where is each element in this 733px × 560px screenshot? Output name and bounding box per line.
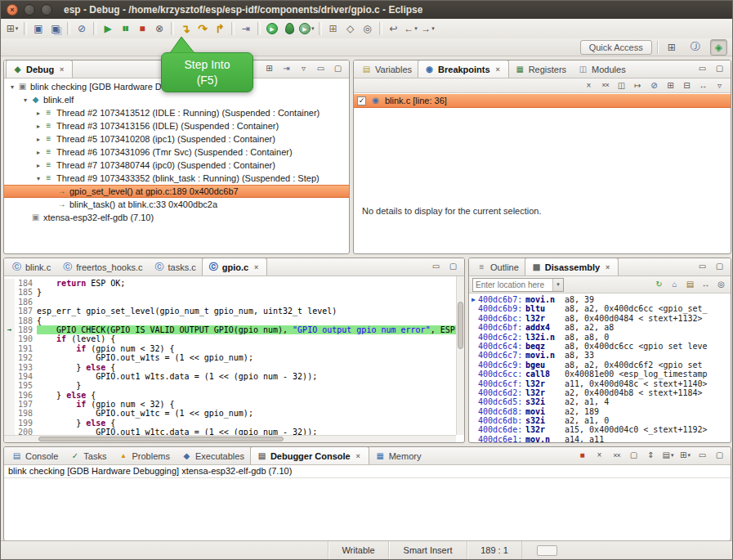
save-icon[interactable]: ▣ xyxy=(30,20,47,37)
link-with-debug-icon[interactable]: ↔ xyxy=(696,78,710,92)
close-tab-icon[interactable]: × xyxy=(354,451,363,460)
scrollbar-thumb[interactable] xyxy=(458,302,463,349)
external-tools-icon[interactable]: ▶ ▾ xyxy=(298,20,315,37)
expander-icon[interactable]: ▸ xyxy=(34,110,43,117)
minimize-view-icon[interactable]: ▭ xyxy=(314,62,328,76)
remove-all-breakpoints-icon[interactable]: ×× xyxy=(598,78,612,92)
code-line[interactable]: 186 xyxy=(4,298,464,307)
editor-horizontal-scrollbar[interactable] xyxy=(4,435,456,442)
tab-tasks[interactable]: Tasks xyxy=(64,447,112,464)
close-tab-icon[interactable]: × xyxy=(603,262,612,271)
skip-all-breakpoints-icon[interactable]: ⊘ xyxy=(647,78,661,92)
thread-9-row[interactable]: ▾ Thread #9 1073433352 (blink_task : Run… xyxy=(4,172,349,185)
disassembly-line[interactable]: 400dc6d8: movi a2, 189 xyxy=(469,407,731,416)
tab-outline[interactable]: Outline xyxy=(471,258,525,276)
code-line[interactable]: 199 } else { xyxy=(4,419,464,428)
view-layout-icon[interactable]: ⊞ xyxy=(262,62,276,76)
thread-2-row[interactable]: ▸ Thread #2 1073413512 (IDLE : Running) … xyxy=(4,106,349,119)
expand-all-icon[interactable]: ⊞ xyxy=(664,78,677,92)
last-edit-location-icon[interactable]: ↩ xyxy=(386,20,402,37)
close-tab-icon[interactable]: × xyxy=(252,262,261,271)
tab-modules[interactable]: Modules xyxy=(572,60,632,78)
scroll-lock-icon[interactable]: ⇕ xyxy=(644,449,658,463)
tab-variables[interactable]: Variables xyxy=(355,60,418,78)
chevron-down-icon[interactable]: ▾ xyxy=(552,279,563,291)
stack-frame-blink-task[interactable]: blink_task() at blink.c:33 0x400dbc2a xyxy=(4,198,349,211)
thread-7-row[interactable]: ▸ Thread #7 1073480744 (ipc0) (Suspended… xyxy=(4,159,349,172)
disassembly-line[interactable]: 400dc6e1: mov.n a14, a11 xyxy=(469,435,731,442)
expander-icon[interactable]: ▸ xyxy=(34,136,43,143)
code-line[interactable]: → 189 GPIO_CHECK(GPIO_IS_VALID_OUTPUT_GP… xyxy=(4,325,464,334)
maximize-view-icon[interactable]: ▢ xyxy=(713,449,726,463)
go-to-file-icon[interactable]: ↦ xyxy=(631,78,645,92)
quick-access-button[interactable]: Quick Access xyxy=(580,40,652,55)
java-perspective-icon[interactable]: Ⓙ xyxy=(686,39,705,56)
location-combo[interactable]: ▾ xyxy=(472,278,564,292)
disassembly-line[interactable]: 400dc6cc: call8 0x40081e00 <esp_log_time… xyxy=(469,370,731,379)
code-line[interactable]: 187 esp_err_t gpio_set_level(gpio_num_t … xyxy=(4,307,464,316)
maximize-view-icon[interactable]: ▢ xyxy=(713,62,726,76)
minimize-view-icon[interactable]: ▭ xyxy=(695,260,709,274)
instruction-stepping-icon[interactable]: ⇥ xyxy=(238,20,254,37)
disassembly-line[interactable]: 400dc6c2: l32i.n a8, a8, 0 xyxy=(469,333,731,342)
open-perspective-icon[interactable]: ⊞ xyxy=(663,39,681,56)
debug-icon[interactable] xyxy=(281,20,297,37)
remove-launch-icon[interactable]: × xyxy=(592,449,606,463)
window-close-button[interactable]: × xyxy=(7,4,18,16)
code-line[interactable]: 193 } else { xyxy=(4,363,464,372)
disassembly-listing[interactable]: ▶ 400dc6b7: movi.n a8, 39 400dc6b9: bltu… xyxy=(469,293,731,442)
disassembly-line[interactable]: 400dc6c9: bgeu a8, a2, 0x400dc6f2 <gpio_… xyxy=(469,361,731,370)
tab-freertos-hooks-c[interactable]: freertos_hooks.c xyxy=(56,258,148,276)
expander-icon[interactable]: ▸ xyxy=(34,123,43,130)
sync-with-stack-icon[interactable]: ↔ xyxy=(699,278,713,292)
step-into-icon[interactable]: ↴ xyxy=(177,20,194,37)
skip-all-breakpoints-icon[interactable]: ⊘ xyxy=(74,20,90,37)
tab-blink-c[interactable]: blink.c xyxy=(6,258,56,276)
view-menu-icon[interactable]: ▿ xyxy=(713,78,726,92)
step-over-icon[interactable]: ↷ xyxy=(194,20,211,37)
expander-icon[interactable]: ▾ xyxy=(7,83,17,91)
code-line[interactable]: 188 { xyxy=(4,316,464,325)
editor-vertical-scrollbar[interactable] xyxy=(456,276,464,435)
code-line[interactable]: 198 GPIO.out_w1tc = (1 << gpio_num); xyxy=(4,409,464,418)
expander-icon[interactable]: ▾ xyxy=(20,96,30,104)
disassembly-line[interactable]: 400dc6de: l32r a15, 0x400d04c0 <_stext+1… xyxy=(469,425,731,434)
collapse-all-icon[interactable]: ⊟ xyxy=(680,78,694,92)
tab-disassembly[interactable]: Disassembly × xyxy=(525,258,619,276)
code-line[interactable]: 195 } xyxy=(4,381,464,390)
home-icon[interactable]: ⌂ xyxy=(668,278,682,292)
tab-breakpoints[interactable]: Breakpoints × xyxy=(418,60,509,78)
new-wizard-icon[interactable]: ⊞ ▾ xyxy=(4,20,20,37)
binary-node[interactable]: ▾ blink.elf xyxy=(4,93,349,106)
expander-icon[interactable]: ▸ xyxy=(34,149,43,156)
show-source-icon[interactable]: ▤ xyxy=(683,278,697,292)
expander-icon[interactable]: ▾ xyxy=(34,175,43,182)
code-line[interactable]: 185 } xyxy=(4,288,464,297)
disassembly-line[interactable]: ▶ 400dc6b7: movi.n a8, 39 xyxy=(469,295,731,304)
console-output[interactable] xyxy=(4,478,731,540)
open-console-icon[interactable]: ⊞ ▾ xyxy=(678,449,692,463)
scrollbar-thumb[interactable] xyxy=(38,437,284,441)
gdb-process-node[interactable]: xtensa-esp32-elf-gdb (7.10) xyxy=(4,211,349,224)
code-editor[interactable]: 184 return ESP_OK; 185 } 186 187 esp_er xyxy=(4,276,464,442)
stack-frame-gpio-set-level[interactable]: gpio_set_level() at gpio.c:189 0x400dc6b… xyxy=(4,185,349,198)
code-line[interactable]: 196 } else { xyxy=(4,391,464,400)
disassembly-line[interactable]: 400dc6d5: s32i a2, a1, 4 xyxy=(469,397,731,406)
debug-perspective-icon[interactable]: ◈ xyxy=(710,39,727,56)
tab-debug[interactable]: Debug × xyxy=(6,60,73,78)
thread-5-row[interactable]: ▸ Thread #5 1073410208 (ipc1) (Suspended… xyxy=(4,132,349,146)
show-breakpoints-supported-icon[interactable]: ◫ xyxy=(615,78,628,92)
maximize-view-icon[interactable]: ▢ xyxy=(446,260,460,274)
suspend-icon[interactable]: ▮▮ xyxy=(117,20,133,37)
code-line[interactable]: 190 if (level) { xyxy=(4,334,464,343)
forward-icon[interactable]: → ▾ xyxy=(420,20,436,37)
disassembly-line[interactable]: 400dc6bc: l32r a8, 0x400d0484 <_stext+11… xyxy=(469,314,731,323)
terminate-icon[interactable]: ■ xyxy=(575,449,589,463)
disassembly-line[interactable]: 400dc6d2: l32r a2, 0x400d04b8 <_stext+11… xyxy=(469,388,731,397)
code-line[interactable]: 197 if (gpio_num < 32) { xyxy=(4,400,464,409)
minimize-view-icon[interactable]: ▭ xyxy=(429,260,443,274)
disassembly-line[interactable]: 400dc6db: s32i a2, a1, 0 xyxy=(469,416,731,425)
close-tab-icon[interactable]: × xyxy=(57,65,66,74)
new-project-icon[interactable]: ⊞ xyxy=(325,20,342,37)
tab-executables[interactable]: Executables xyxy=(176,447,250,464)
